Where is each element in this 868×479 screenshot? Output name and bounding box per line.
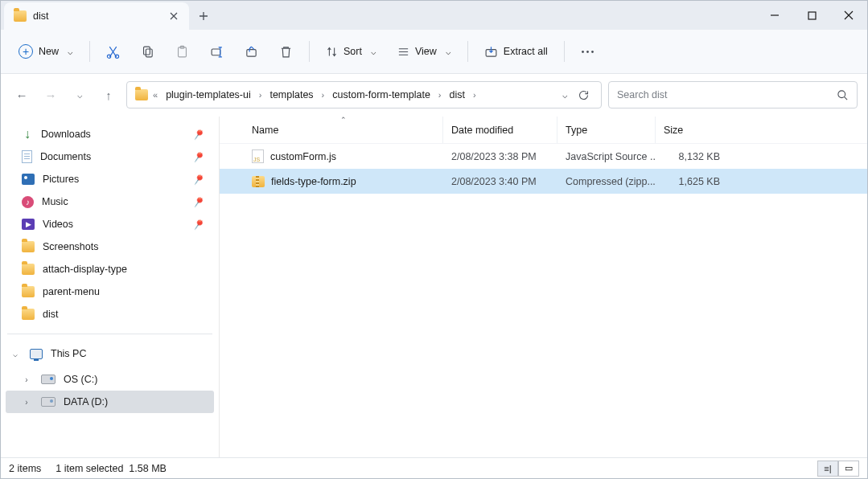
column-header-size[interactable]: Size xyxy=(656,117,728,143)
sort-button[interactable]: Sort xyxy=(318,37,385,66)
view-button[interactable]: View xyxy=(389,37,459,66)
navigation-pane: ↓ Downloads 📍 Documents 📍 Pictures 📍 ♪ M… xyxy=(1,117,220,457)
sidebar-label: Screenshots xyxy=(43,241,98,252)
title-bar: dist xyxy=(1,1,867,30)
chevron-right-icon[interactable]: › xyxy=(22,375,31,384)
refresh-button[interactable] xyxy=(578,89,590,101)
sidebar-item[interactable]: Screenshots xyxy=(6,235,214,258)
pin-icon: 📍 xyxy=(189,170,207,187)
column-header-type[interactable]: Type xyxy=(557,117,656,143)
explorer-window: dist + New Sort xyxy=(0,0,868,479)
download-icon: ↓ xyxy=(22,129,33,140)
sort-label: Sort xyxy=(343,46,362,57)
toolbar-divider xyxy=(564,41,565,62)
search-input[interactable]: Search dist xyxy=(608,81,858,108)
chevron-right-icon[interactable]: › xyxy=(259,90,262,100)
pin-icon: 📍 xyxy=(189,215,207,232)
new-label: New xyxy=(39,46,59,57)
copy-button[interactable] xyxy=(133,37,162,66)
sidebar-item-drive[interactable]: › OS (C:) xyxy=(6,368,214,391)
column-headers: Name ⌃ Date modified Type Size xyxy=(220,117,867,144)
sidebar-label: parent-menu xyxy=(43,286,100,297)
svg-rect-3 xyxy=(144,47,150,55)
sidebar-item[interactable]: Pictures 📍 xyxy=(6,168,214,190)
search-icon xyxy=(837,89,849,101)
sidebar-item[interactable]: parent-menu xyxy=(6,280,214,303)
breadcrumb-item[interactable]: custom-form-template xyxy=(327,83,435,107)
view-switch: ≡| ▭ xyxy=(817,461,859,477)
sidebar-item[interactable]: attach-display-type xyxy=(6,258,214,280)
sidebar-label: attach-display-type xyxy=(43,264,127,275)
sidebar-item[interactable]: dist xyxy=(6,303,214,325)
minimize-button[interactable] xyxy=(756,1,793,30)
pictures-icon xyxy=(22,174,35,185)
sidebar-item-drive[interactable]: › DATA (D:) xyxy=(6,391,214,413)
pane-splitter[interactable] xyxy=(215,117,219,457)
rename-button[interactable] xyxy=(202,37,232,66)
folder-icon xyxy=(14,10,27,22)
window-tab[interactable]: dist xyxy=(4,2,189,30)
delete-button[interactable] xyxy=(271,37,301,66)
svg-rect-0 xyxy=(808,12,816,19)
new-tab-button[interactable] xyxy=(189,2,218,30)
sidebar-item[interactable]: ♪ Music 📍 xyxy=(6,190,214,213)
more-button[interactable] xyxy=(573,37,603,66)
file-row[interactable]: fields-type-form.zip 2/08/2023 3:40 PM C… xyxy=(220,169,867,194)
thumbnails-view-button[interactable]: ▭ xyxy=(838,461,859,477)
toolbar-divider xyxy=(309,41,310,62)
sidebar-item[interactable]: Documents 📍 xyxy=(6,145,214,168)
view-label: View xyxy=(415,46,437,57)
toolbar: + New Sort View Extract all xyxy=(1,30,867,74)
chevron-right-icon[interactable]: › xyxy=(438,90,442,100)
sidebar-separator xyxy=(7,334,212,334)
extract-label: Extract all xyxy=(504,46,548,57)
tab-title: dist xyxy=(33,10,48,22)
status-selection: 1 item selected 1.58 MB xyxy=(56,463,167,474)
file-type: JavaScript Source ... xyxy=(557,151,656,162)
recent-locations-button[interactable]: ⌵ xyxy=(68,84,91,106)
chevron-right-icon[interactable]: › xyxy=(473,90,476,100)
folder-icon xyxy=(22,286,35,297)
svg-rect-7 xyxy=(212,48,220,55)
sort-ascending-icon: ⌃ xyxy=(340,117,347,124)
breadcrumb-item[interactable]: dist xyxy=(445,83,470,107)
address-dropdown-button[interactable]: ⌵ xyxy=(562,90,568,100)
maximize-button[interactable] xyxy=(793,1,830,30)
column-header-name[interactable]: Name ⌃ xyxy=(244,117,443,143)
back-button[interactable]: ← xyxy=(10,84,33,106)
forward-button[interactable]: → xyxy=(39,84,62,106)
sidebar-item[interactable]: ▶ Videos 📍 xyxy=(6,213,214,235)
chevron-down-icon[interactable]: ⌵ xyxy=(10,350,20,358)
chevron-right-icon[interactable]: › xyxy=(22,398,31,407)
close-window-button[interactable] xyxy=(830,1,867,30)
pin-icon: 📍 xyxy=(189,148,207,165)
close-tab-button[interactable] xyxy=(168,10,179,22)
up-button[interactable]: ↑ xyxy=(97,84,120,106)
details-view-button[interactable]: ≡| xyxy=(817,461,838,477)
search-placeholder: Search dist xyxy=(617,89,837,100)
file-type: Compressed (zipp... xyxy=(557,176,656,187)
sidebar-item-this-pc[interactable]: ⌵ This PC xyxy=(6,342,214,365)
breadcrumb-bar[interactable]: « plugin-templates-ui › templates › cust… xyxy=(126,81,602,108)
sidebar-item[interactable]: ↓ Downloads 📍 xyxy=(6,123,214,145)
file-row[interactable]: customForm.js 2/08/2023 3:38 PM JavaScri… xyxy=(220,144,867,169)
share-button[interactable] xyxy=(237,37,266,66)
sidebar-label: Documents xyxy=(40,151,91,162)
pc-icon xyxy=(30,349,43,359)
column-header-date[interactable]: Date modified xyxy=(443,117,557,143)
drive-icon xyxy=(41,397,56,407)
pin-icon: 📍 xyxy=(189,125,207,142)
new-button[interactable]: + New xyxy=(10,37,81,66)
paste-button[interactable] xyxy=(167,37,197,66)
breadcrumb-overflow[interactable]: « xyxy=(153,90,158,100)
sidebar-label: Pictures xyxy=(43,174,79,185)
sidebar-label: DATA (D:) xyxy=(64,396,108,407)
cut-button[interactable] xyxy=(98,37,128,66)
address-row: ← → ⌵ ↑ « plugin-templates-ui › template… xyxy=(1,74,867,117)
plus-icon: + xyxy=(19,44,33,59)
chevron-right-icon[interactable]: › xyxy=(322,90,325,100)
breadcrumb-item[interactable]: plugin-templates-ui xyxy=(161,83,256,107)
extract-all-button[interactable]: Extract all xyxy=(476,37,556,66)
breadcrumb-item[interactable]: templates xyxy=(265,83,318,107)
file-name: fields-type-form.zip xyxy=(271,176,356,187)
